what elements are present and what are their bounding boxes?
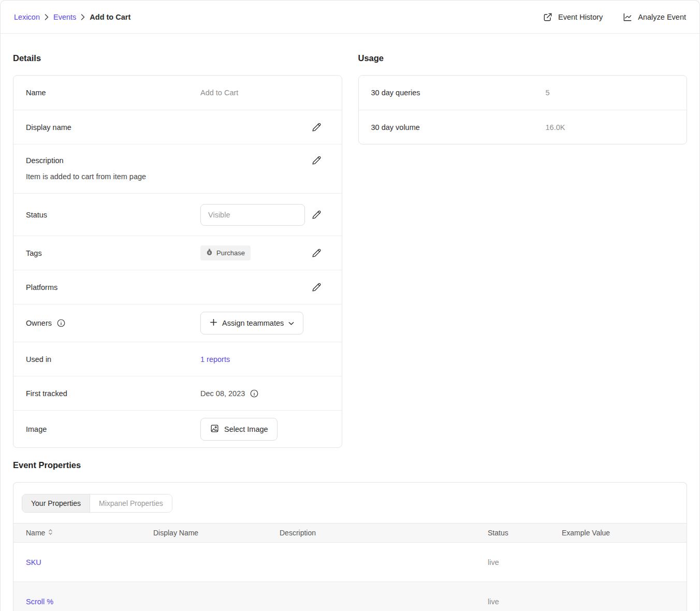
queries-label: 30 day queries [371, 89, 546, 97]
status-input[interactable] [200, 204, 305, 226]
sort-icon[interactable] [48, 529, 53, 537]
external-link-icon [543, 12, 553, 22]
usage-section: Usage 30 day queries 5 30 day volume 16.… [358, 46, 688, 144]
property-status: live [488, 598, 562, 606]
tab-mixpanel-properties[interactable]: Mixpanel Properties [90, 494, 172, 512]
detail-row-used-in: Used in 1 reports [13, 342, 342, 376]
description-value: Item is added to cart from item page [26, 172, 329, 181]
first-tracked-value: Dec 08, 2023 [200, 389, 245, 398]
breadcrumb-current-event: Add to Cart [90, 13, 130, 21]
event-properties-card: Your Properties Mixpanel Properties Name… [13, 482, 687, 611]
usage-card: 30 day queries 5 30 day volume 16.0K [358, 75, 688, 144]
event-history-button[interactable]: Event History [543, 12, 603, 22]
detail-row-status: Status [13, 193, 342, 236]
volume-label: 30 day volume [371, 123, 546, 132]
chevron-right-icon [45, 14, 49, 20]
tab-your-properties[interactable]: Your Properties [22, 494, 90, 512]
display-name-label: Display name [26, 123, 200, 132]
property-status: live [488, 558, 562, 566]
property-name-link[interactable]: Scroll % [26, 598, 153, 606]
owners-label: Owners [26, 319, 52, 327]
assign-teammates-label: Assign teammates [222, 319, 284, 327]
edit-tags-icon[interactable] [311, 248, 329, 259]
detail-row-tags: Tags $ Purchase [13, 236, 342, 270]
line-chart-icon [622, 12, 633, 22]
property-row-scroll-pct[interactable]: Scroll % live [13, 582, 687, 611]
edit-description-icon[interactable] [311, 155, 329, 166]
analyze-event-button[interactable]: Analyze Event [622, 12, 686, 22]
detail-row-platforms: Platforms [13, 270, 342, 304]
column-header-example-value: Example Value [562, 529, 674, 537]
event-history-label: Event History [558, 13, 603, 21]
image-label: Image [26, 425, 200, 433]
properties-tab-group: Your Properties Mixpanel Properties [22, 494, 172, 513]
tag-chip-purchase[interactable]: $ Purchase [200, 245, 251, 260]
used-in-label: Used in [26, 355, 200, 363]
column-header-name[interactable]: Name [26, 529, 45, 537]
detail-row-owners: Owners Assign teammates [13, 304, 342, 342]
assign-teammates-button[interactable]: Assign teammates [200, 312, 303, 334]
tag-label: Purchase [216, 249, 245, 257]
property-name-link[interactable]: SKU [26, 558, 153, 566]
column-header-display-name: Display Name [153, 529, 280, 537]
info-icon[interactable] [56, 318, 66, 328]
breadcrumb-events[interactable]: Events [53, 13, 76, 21]
detail-row-description: Description Item is added to cart from i… [13, 144, 342, 193]
properties-table-header: Name Display Name Description Status Exa… [13, 523, 687, 543]
header-actions: Event History Analyze Event [543, 12, 686, 22]
details-heading: Details [13, 53, 342, 63]
description-label: Description [26, 156, 200, 165]
edit-platforms-icon[interactable] [311, 282, 329, 293]
platforms-label: Platforms [26, 283, 200, 292]
volume-value: 16.0K [546, 123, 565, 132]
status-label: Status [26, 211, 200, 219]
column-header-status: Status [488, 529, 562, 537]
image-icon [210, 424, 220, 435]
name-label: Name [26, 89, 200, 97]
top-bar: Lexicon Events Add to Cart Event History [1, 1, 699, 34]
analyze-event-label: Analyze Event [638, 13, 686, 21]
name-value: Add to Cart [200, 89, 238, 97]
chevron-right-icon [81, 14, 85, 20]
detail-row-name: Name Add to Cart [13, 76, 342, 110]
lexicon-event-detail-page: Lexicon Events Add to Cart Event History [0, 0, 700, 611]
details-section: Details Name Add to Cart Display name [13, 46, 342, 448]
detail-row-image: Image Select Image [13, 410, 342, 447]
first-tracked-label: First tracked [26, 389, 200, 398]
detail-row-display-name: Display name [13, 110, 342, 144]
usage-row-volume: 30 day volume 16.0K [359, 110, 687, 144]
breadcrumb-lexicon[interactable]: Lexicon [14, 13, 40, 21]
chevron-down-icon [288, 319, 294, 327]
event-properties-section: Event Properties Your Properties Mixpane… [13, 460, 687, 611]
select-image-label: Select Image [224, 425, 268, 433]
column-header-description: Description [280, 529, 488, 537]
queries-value: 5 [546, 89, 550, 97]
property-row-sku[interactable]: SKU live [13, 543, 687, 582]
breadcrumb: Lexicon Events Add to Cart [14, 13, 130, 21]
tags-label: Tags [26, 249, 200, 257]
money-bag-icon: $ [206, 249, 213, 257]
used-in-reports-link[interactable]: 1 reports [200, 355, 230, 363]
edit-status-icon[interactable] [311, 209, 329, 221]
usage-row-queries: 30 day queries 5 [359, 76, 687, 110]
edit-display-name-icon[interactable] [311, 122, 329, 133]
detail-row-first-tracked: First tracked Dec 08, 2023 [13, 376, 342, 410]
event-properties-heading: Event Properties [13, 460, 687, 470]
details-card: Name Add to Cart Display name Descriptio… [13, 75, 342, 448]
plus-icon [210, 318, 217, 328]
select-image-button[interactable]: Select Image [200, 418, 278, 441]
usage-heading: Usage [358, 53, 688, 63]
info-icon[interactable] [250, 389, 259, 398]
